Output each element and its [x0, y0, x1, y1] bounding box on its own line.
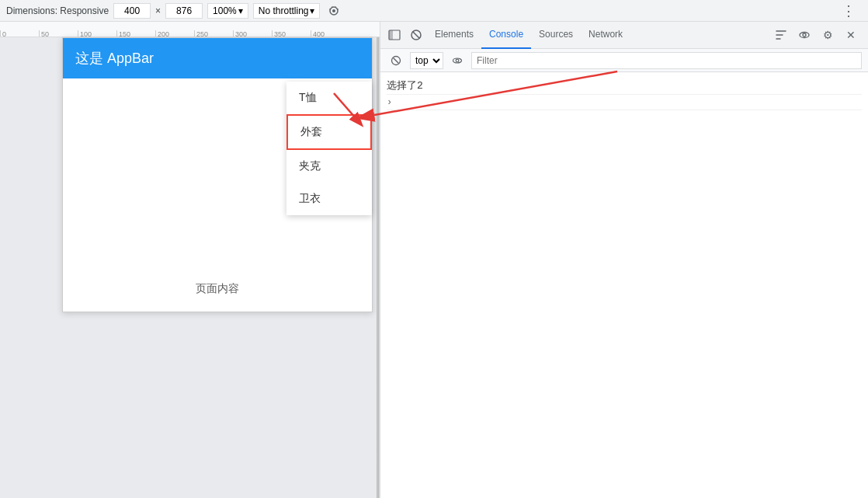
- dimension-separator: ×: [155, 5, 161, 16]
- console-expand-arrow[interactable]: ›: [387, 97, 392, 108]
- capture-icon[interactable]: [325, 2, 343, 20]
- zoom-select[interactable]: 100% ▾: [207, 3, 248, 19]
- svg-point-13: [456, 59, 459, 62]
- menu-item-hoodie[interactable]: 卫衣: [286, 183, 372, 215]
- ban-icon[interactable]: [405, 24, 427, 46]
- ruler-top: 0 50 100 150 200 250 300 350 400: [0, 22, 380, 37]
- ruler-mark-250: 250: [194, 30, 233, 37]
- close-icon[interactable]: ✕: [840, 24, 862, 46]
- menu-item-tshirt[interactable]: T恤: [286, 82, 372, 114]
- preview-right-border: [378, 37, 379, 498]
- top-selector-icon[interactable]: [770, 24, 792, 46]
- width-input[interactable]: [113, 3, 151, 19]
- preview-area: 0 50 100 150 200 250 300 350 400 这是 AppB…: [0, 22, 380, 498]
- devtools-tabs: Elements Console Sources Network ⚙ ✕: [380, 22, 868, 49]
- ruler-mark-350: 350: [272, 30, 311, 37]
- tab-elements[interactable]: Elements: [427, 22, 481, 49]
- page-content-text: 页面内容: [196, 282, 239, 296]
- tab-network[interactable]: Network: [581, 22, 630, 49]
- main-layout: 0 50 100 150 200 250 300 350 400 这是 AppB…: [0, 22, 868, 498]
- console-output-text: 选择了2: [387, 78, 423, 92]
- svg-line-7: [413, 32, 420, 39]
- clear-console-button[interactable]: [387, 51, 405, 70]
- console-log-line: 选择了2: [387, 77, 862, 95]
- eye-filter-icon[interactable]: [448, 51, 467, 70]
- ruler-marks: 0 50 100 150 200 250 300 350 400: [0, 22, 349, 37]
- filter-input[interactable]: [471, 52, 862, 69]
- tab-sources[interactable]: Sources: [531, 22, 581, 49]
- appbar-title: 这是 AppBar: [75, 50, 154, 66]
- ruler-mark-150: 150: [116, 30, 155, 37]
- appbar: 这是 AppBar: [63, 38, 372, 78]
- eye-icon[interactable]: [793, 24, 815, 46]
- throttle-select[interactable]: No throttling ▾: [253, 3, 321, 19]
- devtools-side-icons: ⚙ ✕: [770, 24, 865, 46]
- svg-point-1: [332, 9, 335, 12]
- menu-item-vest[interactable]: 夹克: [286, 150, 372, 183]
- console-expand-line: ›: [387, 95, 862, 110]
- more-options-icon[interactable]: ⋮: [842, 2, 856, 19]
- svg-point-9: [803, 33, 806, 37]
- ruler-mark-100: 100: [78, 30, 116, 37]
- ruler-mark-400: 400: [311, 30, 349, 37]
- svg-rect-5: [389, 30, 393, 40]
- console-toolbar: top: [380, 49, 868, 72]
- context-select[interactable]: top: [410, 52, 443, 69]
- ruler-mark-200: 200: [155, 30, 194, 37]
- height-input[interactable]: [165, 3, 203, 19]
- dimensions-label: Dimensions: Responsive: [6, 5, 109, 16]
- devtools-panel: Elements Console Sources Network ⚙ ✕: [380, 22, 868, 498]
- dropdown-menu: T恤 外套 夹克 卫衣: [286, 82, 372, 215]
- dock-left-icon[interactable]: [384, 24, 405, 46]
- menu-item-jacket[interactable]: 外套: [286, 114, 372, 150]
- ruler-mark-300: 300: [233, 30, 272, 37]
- console-content: 选择了2 ›: [380, 72, 868, 498]
- ruler-mark-50: 50: [39, 30, 78, 37]
- phone-frame: 这是 AppBar T恤 外套 夹克 卫衣 页面内容: [62, 37, 373, 312]
- tab-console[interactable]: Console: [481, 22, 531, 49]
- devtools-toolbar: Dimensions: Responsive × 100% ▾ No throt…: [0, 0, 868, 22]
- settings-icon[interactable]: ⚙: [817, 24, 838, 46]
- ruler-mark-0: 0: [0, 30, 39, 37]
- svg-line-11: [394, 57, 399, 63]
